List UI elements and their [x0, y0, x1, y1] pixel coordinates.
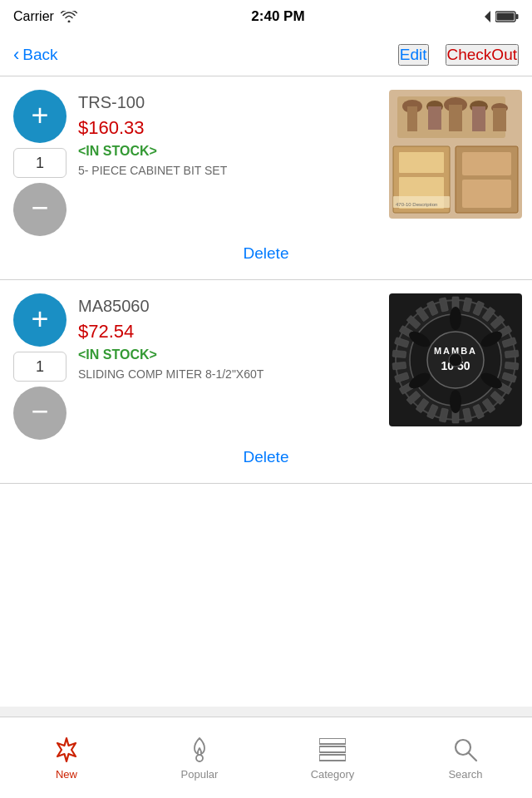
delete-row-2: Delete [10, 440, 522, 470]
flame-icon [190, 736, 209, 763]
svg-text:470-10  Description: 470-10 Description [396, 202, 437, 207]
svg-marker-1 [485, 11, 490, 22]
new-icon [53, 735, 80, 765]
plus-icon-2: + [31, 304, 48, 334]
quantity-input-1[interactable] [13, 148, 66, 178]
svg-rect-49 [392, 362, 406, 370]
cabinet-bit-set-image: 470-10 Description [389, 90, 522, 219]
cart-item-2: + − MA85060 $72.54 <IN STOCK> SLIDING CO… [0, 280, 532, 484]
item-image-2: MAMBA 10 50 [389, 293, 522, 426]
svg-rect-12 [449, 105, 462, 131]
magnifier-icon [453, 737, 478, 762]
tab-new[interactable]: New [0, 735, 133, 781]
quantity-input-2[interactable] [13, 352, 66, 382]
status-time: 2:40 PM [251, 8, 304, 25]
svg-marker-68 [57, 738, 76, 761]
svg-rect-34 [505, 350, 519, 358]
increase-qty-button-1[interactable]: + [13, 90, 66, 143]
nav-bar: ‹ Back Edit CheckOut [0, 33, 532, 76]
svg-rect-35 [505, 362, 519, 370]
tab-search[interactable]: Search [399, 735, 532, 781]
svg-point-61 [450, 390, 461, 413]
decrease-qty-button-2[interactable]: − [13, 387, 66, 440]
svg-rect-8 [407, 106, 417, 131]
new-starburst-icon [53, 736, 80, 763]
mamba-blade-image: MAMBA 10 50 [389, 293, 522, 426]
item-controls-1: + − [10, 90, 70, 236]
item-row-1: + − TRS-100 $160.33 <IN STOCK> 5- PIECE … [10, 90, 522, 236]
item-price-2: $72.54 [78, 321, 381, 342]
edit-button[interactable]: Edit [398, 44, 429, 66]
svg-rect-16 [493, 108, 506, 131]
svg-point-67 [449, 353, 462, 367]
nav-actions: Edit CheckOut [398, 44, 519, 66]
svg-rect-70 [319, 746, 346, 752]
back-arrow-icon: ‹ [13, 44, 19, 66]
item-price-1: $160.33 [78, 117, 381, 139]
cart-content: + − TRS-100 $160.33 <IN STOCK> 5- PIECE … [0, 76, 532, 707]
status-bar: Carrier 2:40 PM [0, 0, 532, 33]
checkout-button[interactable]: CheckOut [446, 44, 519, 66]
svg-rect-21 [462, 152, 511, 175]
tab-category[interactable]: Category [266, 735, 399, 781]
item-stock-1: <IN STOCK> [78, 144, 381, 159]
item-desc-1: 5- PIECE CABINET BIT SET [78, 164, 381, 177]
svg-line-73 [469, 753, 476, 761]
battery-icon [495, 11, 519, 22]
item-stock-2: <IN STOCK> [78, 347, 381, 362]
minus-icon-2: − [31, 397, 48, 426]
delete-row-1: Delete [10, 236, 522, 266]
svg-rect-4 [496, 13, 514, 21]
increase-qty-button-2[interactable]: + [13, 293, 66, 347]
item-image-1: 470-10 Description [389, 90, 522, 222]
carrier-label: Carrier [13, 9, 54, 24]
decrease-qty-button-1[interactable]: − [13, 183, 66, 236]
plus-icon-1: + [31, 101, 48, 131]
status-left: Carrier [13, 9, 77, 24]
tab-search-label: Search [448, 768, 482, 781]
svg-rect-69 [319, 738, 346, 744]
delete-button-2[interactable]: Delete [244, 448, 289, 466]
status-right [479, 11, 519, 22]
back-label: Back [22, 46, 57, 64]
tab-popular-label: Popular [181, 768, 219, 781]
svg-rect-3 [515, 14, 518, 19]
back-button[interactable]: ‹ Back [13, 44, 58, 66]
item-desc-2: SLIDING COMP MITER 8-1/2"x60T [78, 367, 381, 381]
item-row-2: + − MA85060 $72.54 <IN STOCK> SLIDING CO… [10, 293, 522, 440]
wifi-icon [61, 11, 77, 22]
list-icon [319, 738, 346, 761]
location-icon [479, 11, 490, 22]
search-icon [453, 735, 478, 765]
svg-point-58 [450, 307, 461, 330]
cart-item-1: + − TRS-100 $160.33 <IN STOCK> 5- PIECE … [0, 76, 532, 280]
svg-rect-22 [462, 180, 511, 208]
tab-new-label: New [56, 768, 77, 781]
item-controls-2: + − [10, 293, 70, 440]
svg-rect-14 [472, 106, 485, 131]
popular-icon [190, 735, 209, 765]
svg-rect-50 [392, 350, 406, 358]
item-details-1: TRS-100 $160.33 <IN STOCK> 5- PIECE CABI… [78, 90, 381, 177]
item-details-2: MA85060 $72.54 <IN STOCK> SLIDING COMP M… [78, 293, 381, 381]
minus-icon-1: − [31, 193, 48, 223]
svg-rect-10 [428, 106, 441, 130]
item-sku-1: TRS-100 [78, 93, 381, 112]
svg-rect-18 [399, 152, 444, 173]
tab-bar: New Popular Category [0, 717, 532, 798]
tab-category-label: Category [311, 768, 355, 781]
svg-rect-71 [319, 755, 346, 761]
tab-popular[interactable]: Popular [133, 735, 266, 781]
category-icon [319, 735, 346, 765]
item-sku-2: MA85060 [78, 297, 381, 316]
delete-button-1[interactable]: Delete [244, 244, 289, 263]
